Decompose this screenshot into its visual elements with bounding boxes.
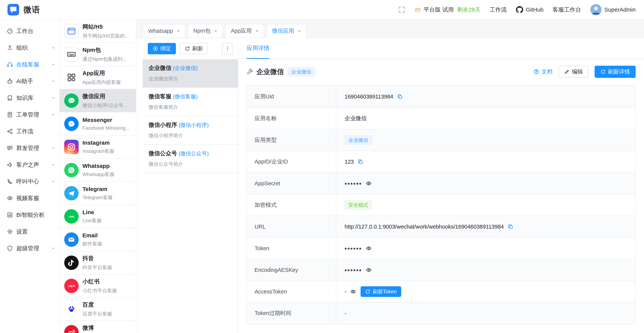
row-value: - bbox=[344, 289, 346, 295]
more-options-button[interactable] bbox=[222, 43, 233, 54]
channel-item[interactable]: MessengerFacebook Messeng... bbox=[60, 112, 136, 136]
eye-icon[interactable] bbox=[366, 246, 372, 251]
gear-icon bbox=[7, 229, 13, 235]
bind-list-item[interactable]: 企业微信(企业微信)企业微信简介 bbox=[142, 59, 238, 88]
detail-title-tag: 企业微信 bbox=[288, 67, 315, 76]
sidebar-item-dashboard[interactable]: 工作台 bbox=[0, 23, 59, 39]
main-area: Whatsapp×Npm包×App应用×微信应用× 绑定 刷新 bbox=[136, 20, 644, 333]
channel-name: Instagram bbox=[82, 140, 132, 146]
chevron-down-icon bbox=[51, 96, 56, 100]
channel-desc: Whatsapp客服 bbox=[82, 171, 132, 178]
channel-desc: Facebook Messeng... bbox=[82, 125, 132, 131]
whatsapp-icon bbox=[64, 163, 79, 177]
refresh-list-button[interactable]: 刷新 bbox=[180, 43, 208, 54]
refresh-detail-button[interactable]: 刷新详情 bbox=[594, 66, 636, 78]
channel-item[interactable]: 小红书小红书小红书平台客服 bbox=[60, 275, 136, 298]
channel-name: Line bbox=[82, 209, 132, 216]
copy-icon[interactable] bbox=[397, 94, 403, 99]
channel-item[interactable]: TelegramTelegram客服 bbox=[60, 182, 136, 205]
channel-item[interactable]: 微博微博平台客服 bbox=[60, 321, 136, 333]
close-icon[interactable]: × bbox=[177, 28, 180, 33]
bind-panel: 绑定 刷新 企业微信(企业微信)企业微信简介微信客服(微信客服)微信客服简介微信… bbox=[142, 38, 238, 333]
close-icon[interactable]: × bbox=[256, 28, 258, 33]
bind-item-link[interactable]: (微信公众号) bbox=[178, 151, 209, 156]
open-tab[interactable]: 微信应用× bbox=[266, 24, 306, 38]
sidebar-item-headset[interactable]: 在线客服 bbox=[0, 56, 59, 73]
sidebar-item-voice[interactable]: 客户之声 bbox=[0, 156, 59, 173]
bind-item-link[interactable]: (微信客服) bbox=[173, 94, 198, 99]
channel-item[interactable]: InstagramInstagram客服 bbox=[60, 136, 136, 159]
nav-workflow[interactable]: 工作流 bbox=[490, 6, 507, 14]
sidebar-item-org[interactable]: 组织 bbox=[0, 39, 59, 56]
bind-list-item[interactable]: 微信小程序(微信小程序)微信小程序简介 bbox=[142, 116, 238, 145]
row-label: AccessToken bbox=[247, 281, 336, 302]
channel-item[interactable]: Email邮件客服 bbox=[60, 228, 136, 251]
detail-row: EncodingAESKey****** bbox=[247, 259, 635, 281]
channel-item[interactable]: LINELineLine客服 bbox=[60, 205, 136, 228]
detail-row: AppSecret****** bbox=[247, 172, 635, 194]
open-tab[interactable]: Npm包× bbox=[188, 24, 223, 38]
eye-icon[interactable] bbox=[366, 181, 372, 186]
nav-workbench[interactable]: 客服工作台 bbox=[552, 6, 581, 14]
sidebar-item-phone[interactable]: 呼叫中心 bbox=[0, 173, 59, 190]
bind-item-link[interactable]: (企业微信) bbox=[173, 65, 198, 71]
sidebar-item-eye[interactable]: 视频客服 bbox=[0, 190, 59, 207]
refresh-token-button[interactable]: 刷新Token bbox=[360, 286, 401, 297]
bind-list-item[interactable]: 微信客服(微信客服)微信客服简介 bbox=[142, 88, 238, 116]
channel-item[interactable]: 百度百度平台客服 bbox=[60, 298, 136, 321]
fullscreen-icon[interactable] bbox=[398, 6, 406, 13]
bind-item-link[interactable]: (微信小程序) bbox=[178, 122, 209, 128]
page-body: 工作台组织在线客服AI助手知识库工单管理工作流群发管理客户之声呼叫中心视频客服B… bbox=[0, 20, 644, 333]
doc-link[interactable]: 文档 bbox=[534, 68, 552, 75]
channel-item[interactable]: WhatsappWhatsapp客服 bbox=[60, 159, 136, 182]
sidebar-item-bi[interactable]: BI智能分析 bbox=[0, 207, 59, 223]
bind-item-desc: 微信小程序简介 bbox=[148, 132, 232, 139]
channel-name: Telegram bbox=[82, 186, 132, 192]
eye-icon[interactable] bbox=[350, 289, 356, 295]
sidebar-item-robot[interactable]: AI助手 bbox=[0, 73, 59, 90]
nav-github[interactable]: GitHub bbox=[516, 6, 544, 13]
bind-item-desc: 微信公众号简介 bbox=[148, 161, 232, 167]
sidebar-item-workflow[interactable]: 工作流 bbox=[0, 123, 59, 140]
sidebar-item-ticket[interactable]: 工单管理 bbox=[0, 106, 59, 123]
user-menu[interactable]: SuperAdmin bbox=[590, 4, 636, 15]
channel-item[interactable]: App应用App应用内嵌客服 bbox=[60, 66, 136, 89]
bind-button[interactable]: 绑定 bbox=[148, 43, 176, 54]
bind-list-item[interactable]: 微信公众号(微信公众号)微信公众号简介 bbox=[142, 145, 238, 173]
crown-icon bbox=[414, 6, 421, 13]
channel-desc: 微信小程序/公众号... bbox=[82, 102, 132, 109]
channel-item[interactable]: 网站/H5用于网站/H5页面的... bbox=[60, 20, 136, 43]
chevron-down-icon bbox=[51, 113, 56, 117]
weibo-icon bbox=[64, 325, 79, 333]
open-tab[interactable]: Whatsapp× bbox=[142, 24, 186, 38]
channel-item[interactable]: 微信应用微信小程序/公众号... bbox=[60, 89, 136, 112]
sidebar-item-book[interactable]: 知识库 bbox=[0, 90, 59, 106]
detail-row: Token****** bbox=[247, 237, 635, 259]
detail-actions: 文档 编辑 刷新详情 bbox=[534, 66, 636, 78]
channel-item[interactable]: npmNpm包通过Npm包集成到... bbox=[60, 43, 136, 66]
row-value: 123 bbox=[344, 159, 354, 165]
channel-item[interactable]: 抖音抖音平台客服 bbox=[60, 251, 136, 275]
app-logo-icon[interactable] bbox=[7, 3, 20, 16]
baidu-icon bbox=[64, 302, 79, 316]
close-icon[interactable]: × bbox=[298, 28, 301, 33]
plan-badge[interactable]: 平台版 试用 剩余28天 bbox=[414, 6, 481, 14]
channel-desc: 抖音平台客服 bbox=[82, 264, 132, 271]
sidebar-item-broadcast[interactable]: 群发管理 bbox=[0, 140, 59, 156]
copy-icon[interactable] bbox=[508, 224, 513, 230]
close-icon[interactable]: × bbox=[214, 28, 217, 33]
tab-app-detail[interactable]: 应用详情 bbox=[246, 38, 270, 59]
copy-icon[interactable] bbox=[358, 159, 363, 165]
eye-icon[interactable] bbox=[366, 267, 372, 273]
detail-row: 加密模式安全模式 bbox=[247, 194, 635, 216]
channel-desc: 百度平台客服 bbox=[82, 311, 132, 317]
row-value: 企业微信 bbox=[344, 115, 367, 122]
edit-button[interactable]: 编辑 bbox=[558, 66, 588, 78]
channel-desc: Telegram客服 bbox=[82, 194, 132, 201]
open-tab[interactable]: App应用× bbox=[225, 24, 264, 38]
row-value: http://127.0.0.1:9003/wechat/work/webhoo… bbox=[344, 224, 504, 230]
eye-icon bbox=[7, 195, 13, 201]
sidebar-item-shield[interactable]: 超级管理 bbox=[0, 240, 59, 257]
sidebar-item-gear[interactable]: 设置 bbox=[0, 223, 59, 240]
wechat-icon bbox=[64, 93, 79, 108]
